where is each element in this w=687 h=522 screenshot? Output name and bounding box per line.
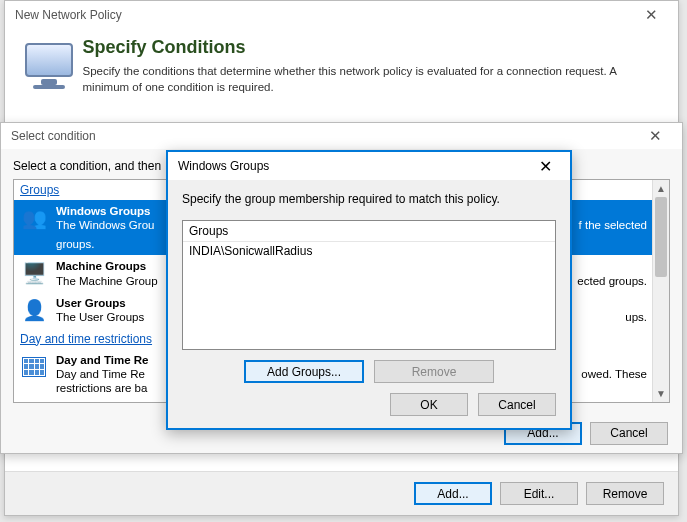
condition-desc-left: The Windows Grou: [56, 219, 154, 231]
wizard-heading: Specify Conditions: [83, 37, 664, 58]
close-icon[interactable]: ✕: [524, 154, 566, 178]
windows-groups-title: Windows Groups: [178, 159, 269, 173]
condition-desc-left: Day and Time Re: [56, 368, 145, 380]
scrollbar[interactable]: ▲ ▼: [652, 180, 669, 402]
wizard-header: Specify Conditions Specify the condition…: [5, 29, 678, 111]
groups-list-header: Groups: [183, 221, 555, 242]
list-item[interactable]: INDIA\SonicwallRadius: [183, 242, 555, 260]
scroll-down-icon[interactable]: ▼: [653, 385, 669, 402]
monitor-icon: [19, 37, 69, 91]
scroll-thumb[interactable]: [655, 197, 667, 277]
add-groups-button[interactable]: Add Groups...: [244, 360, 364, 383]
close-icon[interactable]: ✕: [630, 5, 672, 25]
condition-desc-left: The Machine Group: [56, 275, 158, 287]
remove-button[interactable]: Remove: [374, 360, 494, 383]
select-condition-title: Select condition: [11, 129, 96, 143]
condition-title: Machine Groups: [56, 260, 146, 272]
select-condition-titlebar[interactable]: Select condition ✕: [1, 123, 682, 149]
calendar-icon: [20, 353, 48, 381]
windows-groups-titlebar[interactable]: Windows Groups ✕: [168, 152, 570, 180]
remove-button[interactable]: Remove: [586, 482, 664, 505]
condition-desc-left: The User Groups: [56, 311, 144, 323]
wizard-footer: Add... Edit... Remove: [5, 471, 678, 515]
ok-button[interactable]: OK: [390, 393, 468, 416]
add-button[interactable]: Add...: [414, 482, 492, 505]
wizard-description: Specify the conditions that determine wh…: [83, 64, 664, 95]
user-group-icon: 👤: [20, 296, 48, 324]
condition-desc-right: f the selected: [579, 219, 647, 231]
users-icon: 👥: [20, 204, 48, 232]
wizard-title: New Network Policy: [15, 8, 122, 22]
computer-icon: 🖥️: [20, 259, 48, 287]
condition-desc-right: ected groups.: [577, 275, 647, 287]
condition-desc-right: owed. These: [581, 368, 647, 380]
wizard-titlebar[interactable]: New Network Policy ✕: [5, 1, 678, 29]
condition-title: Day and Time Re: [56, 354, 148, 366]
edit-button[interactable]: Edit...: [500, 482, 578, 505]
condition-desc-left2: restrictions are ba: [56, 382, 147, 394]
scroll-up-icon[interactable]: ▲: [653, 180, 669, 197]
cancel-button[interactable]: Cancel: [590, 422, 668, 445]
cancel-button[interactable]: Cancel: [478, 393, 556, 416]
condition-title: User Groups: [56, 297, 126, 309]
close-icon[interactable]: ✕: [634, 126, 676, 146]
condition-title: Windows Groups: [56, 205, 150, 217]
windows-groups-dialog: Windows Groups ✕ Specify the group membe…: [166, 150, 572, 430]
windows-groups-instruction: Specify the group membership required to…: [182, 192, 556, 206]
condition-desc-right: ups.: [625, 311, 647, 323]
groups-listbox[interactable]: Groups INDIA\SonicwallRadius: [182, 220, 556, 350]
